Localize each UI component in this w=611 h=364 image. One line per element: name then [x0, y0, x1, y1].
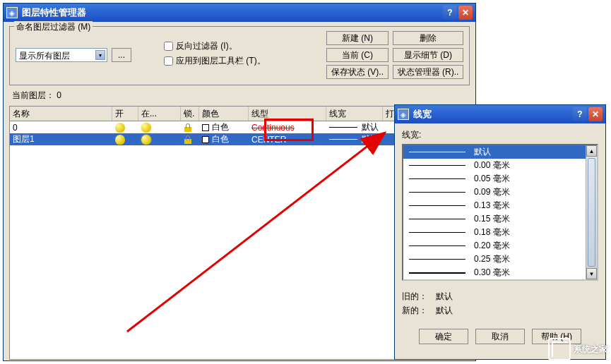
new-value: 默认	[436, 305, 453, 315]
layer-mgr-titlebar[interactable]: ◈ 图层特性管理器 ? ✕	[4, 4, 475, 22]
cancel-button[interactable]: 取消	[475, 329, 525, 344]
lineweight-cell[interactable]: 默认	[326, 133, 383, 145]
bulb-icon[interactable]	[115, 135, 125, 145]
app-icon: ◈	[6, 7, 18, 18]
sun-icon[interactable]	[141, 123, 151, 133]
col-frozen[interactable]: 在...	[138, 107, 181, 121]
lineweight-listbox: 默认 0.00 毫米 0.05 毫米 0.09 毫米 0.13 毫米 0.15 …	[402, 144, 598, 281]
invert-filter-checkbox[interactable]: 反向过滤器 (I)。	[164, 40, 266, 52]
linetype-cell[interactable]: Continuous	[249, 121, 326, 133]
state-manager-button[interactable]: 状态管理器 (R)..	[393, 65, 463, 79]
new-button[interactable]: 新建 (N)	[326, 31, 388, 45]
filter-select[interactable]: 显示所有图层 ▾	[16, 48, 107, 62]
filter-more-button[interactable]: ...	[112, 48, 131, 62]
current-layer-text: 当前图层： 0	[9, 88, 470, 106]
scroll-thumb[interactable]	[588, 158, 595, 267]
save-state-button[interactable]: 保存状态 (V)..	[326, 65, 388, 79]
old-value: 默认	[436, 291, 453, 301]
linetype-cell[interactable]: CENTER	[249, 133, 326, 145]
layer-name: 0	[10, 121, 112, 133]
dropdown-arrow-icon: ▾	[95, 50, 105, 60]
lw-item-default[interactable]: 默认	[403, 145, 586, 159]
filter-legend: 命名图层过滤器 (M)	[14, 21, 93, 33]
app-icon: ◈	[398, 109, 409, 120]
details-button[interactable]: 显示细节 (D)	[393, 48, 463, 62]
col-lock[interactable]: 锁.	[181, 107, 199, 121]
color-swatch[interactable]	[202, 136, 209, 143]
col-linetype[interactable]: 线型	[249, 107, 326, 121]
apply-toolbar-checkbox[interactable]: 应用到图层工具栏 (T)。	[164, 55, 266, 67]
filter-fieldset: 命名图层过滤器 (M) 显示所有图层 ▾ ... 反向过滤器 (I)。 应用到图…	[9, 26, 470, 85]
lw-item[interactable]: 0.20 毫米	[403, 239, 586, 253]
lw-titlebar[interactable]: ◈ 线宽 ? ✕	[395, 105, 605, 123]
lineweight-cell[interactable]: 默认	[326, 121, 383, 133]
close-icon[interactable]: ✕	[458, 6, 473, 20]
bulb-icon[interactable]	[115, 123, 125, 133]
help-icon[interactable]: ?	[443, 6, 457, 20]
lw-item[interactable]: 0.13 毫米	[403, 199, 586, 212]
sun-icon[interactable]	[141, 135, 151, 145]
padlock-icon[interactable]	[184, 123, 192, 132]
lw-item[interactable]: 0.30 毫米	[403, 266, 586, 279]
col-on[interactable]: 开	[112, 107, 138, 121]
help-icon[interactable]: ?	[573, 107, 587, 121]
lw-item[interactable]: 0.09 毫米	[403, 186, 586, 199]
new-label: 新的：	[402, 303, 436, 317]
lw-item[interactable]: 0.18 毫米	[403, 226, 586, 239]
lw-item[interactable]: 0.05 毫米	[403, 172, 586, 186]
layer-name: 图层1	[10, 133, 112, 145]
lw-dialog-title: 线宽	[413, 108, 573, 121]
layer-mgr-title: 图层特性管理器	[22, 6, 443, 19]
scroll-up-icon[interactable]: ▲	[586, 145, 597, 157]
lineweight-dialog: ◈ 线宽 ? ✕ 线宽: 默认 0.00 毫米 0.05 毫米 0.09 毫米 …	[394, 104, 606, 360]
delete-button[interactable]: 删除	[393, 31, 463, 45]
color-swatch[interactable]	[202, 124, 209, 131]
lw-item[interactable]: 0.25 毫米	[403, 253, 586, 266]
lw-item[interactable]: 0.15 毫米	[403, 212, 586, 226]
filter-select-value: 显示所有图层	[19, 51, 70, 61]
col-lineweight[interactable]: 线宽	[326, 107, 383, 121]
col-name[interactable]: 名称	[10, 107, 112, 121]
old-label: 旧的：	[402, 289, 436, 303]
ok-button[interactable]: 确定	[419, 329, 468, 344]
col-color[interactable]: 颜色	[199, 107, 249, 121]
close-icon[interactable]: ✕	[588, 107, 603, 121]
current-button[interactable]: 当前 (C)	[326, 48, 388, 62]
scroll-down-icon[interactable]: ▼	[586, 268, 597, 279]
lw-item[interactable]: 0.00 毫米	[403, 159, 586, 172]
padlock-icon[interactable]	[184, 135, 192, 144]
help-button[interactable]: 帮助 (H)	[532, 329, 581, 344]
scrollbar[interactable]: ▲ ▼	[586, 145, 597, 279]
lw-list-label: 线宽:	[402, 129, 598, 141]
